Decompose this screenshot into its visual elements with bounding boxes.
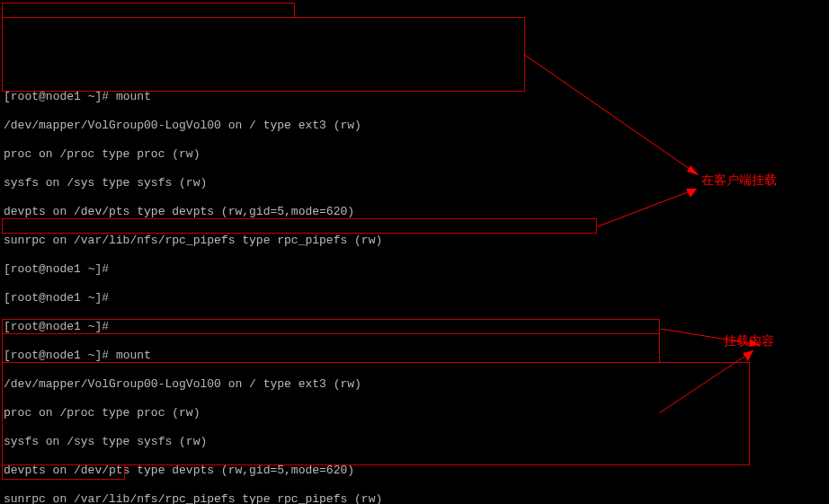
prompt-line[interactable]: [root@node1 ~]# <box>4 291 825 305</box>
prompt-line[interactable]: [root@node1 ~]# mount <box>4 90 825 104</box>
box-ll-block <box>2 362 750 465</box>
output-line: proc on /proc type proc (rw) <box>4 147 825 162</box>
box-cd-mnt4 <box>2 333 660 363</box>
output-line: sunrpc on /var/lib/nfs/rpc_pipefs type r… <box>4 234 825 248</box>
annotation-client-mount: 在客户端挂载 <box>701 172 777 187</box>
box-last-prompt <box>2 464 125 480</box>
output-line: devpts on /dev/pts type devpts (rw,gid=5… <box>4 205 825 219</box>
box-nfs-line <box>2 319 660 334</box>
output-line: devpts on /dev/pts type devpts (rw,gid=5… <box>4 464 825 478</box>
box-mount-cmd-1 <box>2 3 295 18</box>
output-line: sunrpc on /var/lib/nfs/rpc_pipefs type r… <box>4 492 825 504</box>
prompt-line[interactable]: [root@node1 ~]# <box>4 262 825 277</box>
annotation-mount-content: 挂载内容 <box>724 333 774 348</box>
box-mount-output-1 <box>2 17 525 92</box>
box-mount-nfs <box>2 218 597 234</box>
output-line: /dev/mapper/VolGroup00-LogVol00 on / typ… <box>4 119 825 133</box>
